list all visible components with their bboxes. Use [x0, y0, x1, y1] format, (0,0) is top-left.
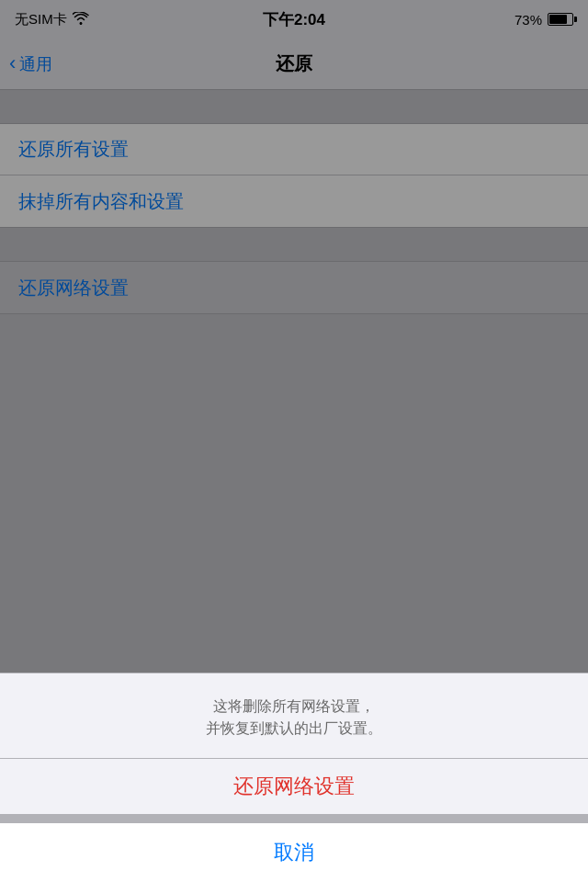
alert-overlay: 这将删除所有网络设置，并恢复到默认的出厂设置。 还原网络设置 取消: [0, 0, 588, 882]
confirm-reset-network-label: 还原网络设置: [233, 773, 355, 800]
alert-message-text: 这将删除所有网络设置，并恢复到默认的出厂设置。: [206, 698, 382, 736]
alert-message: 这将删除所有网络设置，并恢复到默认的出厂设置。: [0, 673, 588, 758]
cancel-button[interactable]: 取消: [0, 823, 588, 882]
cancel-label: 取消: [274, 839, 314, 866]
alert-top: 这将删除所有网络设置，并恢复到默认的出厂设置。 还原网络设置: [0, 673, 588, 814]
confirm-reset-network-button[interactable]: 还原网络设置: [0, 759, 588, 814]
alert-gap: [0, 814, 588, 823]
alert-container: 这将删除所有网络设置，并恢复到默认的出厂设置。 还原网络设置 取消: [0, 673, 588, 882]
